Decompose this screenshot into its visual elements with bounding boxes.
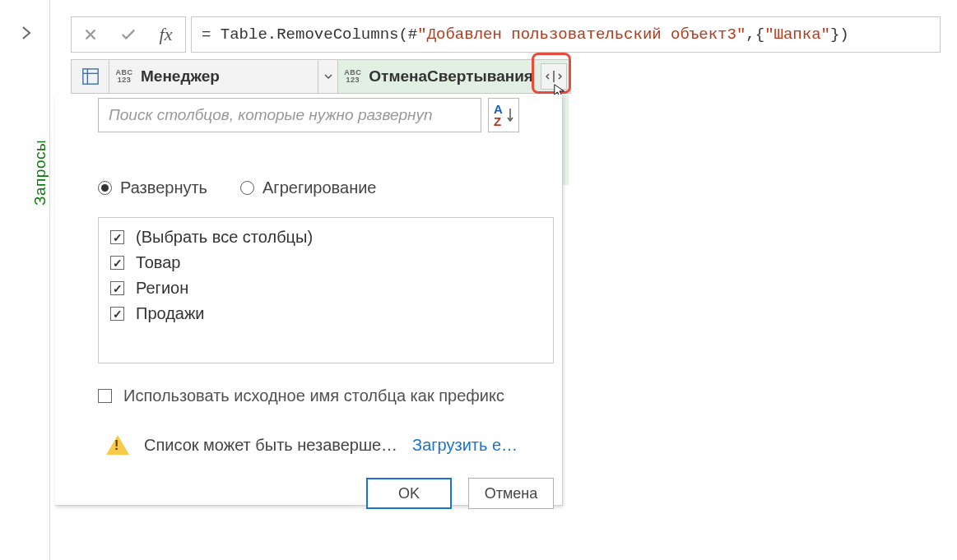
column-header[interactable]: ABC123 ОтменаСвертывания xyxy=(338,59,571,94)
radio-icon xyxy=(98,181,112,195)
type-any-icon[interactable]: ABC123 xyxy=(338,60,364,93)
load-more-link[interactable]: Загрузить е… xyxy=(412,436,518,455)
column-filter-dropdown[interactable] xyxy=(318,60,337,93)
checkbox-icon xyxy=(98,389,112,403)
table-corner-icon[interactable] xyxy=(71,59,109,94)
search-columns-input[interactable]: Поиск столбцов, которые нужно развернуп xyxy=(98,98,481,132)
column-header[interactable]: ABC123 Менеджер xyxy=(109,59,338,94)
checkbox-icon xyxy=(110,281,124,295)
warning-icon xyxy=(106,435,129,455)
queries-sidebar: Запросы xyxy=(0,0,49,560)
formula-buttons: fx xyxy=(71,16,186,53)
warning-text: Список может быть незаверше… xyxy=(144,436,397,455)
use-prefix-checkbox[interactable]: Использовать исходное имя столбца как пр… xyxy=(98,386,519,405)
cancel-formula-icon[interactable] xyxy=(72,17,109,52)
checkbox-icon xyxy=(110,307,124,321)
column-name-label: ОтменаСвертывания xyxy=(364,67,538,86)
warning-row: Список может быть незаверше… Загрузить е… xyxy=(106,435,519,455)
columns-checkbox-list: (Выбрать все столбцы) Товар Регион Прода… xyxy=(98,217,554,363)
confirm-formula-icon[interactable] xyxy=(109,17,147,52)
queries-pane-label: Запросы xyxy=(31,140,49,206)
table-column-headers: ABC123 Менеджер ABC123 ОтменаСвертывания xyxy=(71,59,571,94)
column-checkbox-row[interactable]: Продажи xyxy=(109,301,543,326)
fx-icon[interactable]: fx xyxy=(147,17,185,52)
expand-column-popup: Поиск столбцов, которые нужно развернуп … xyxy=(55,95,563,506)
radio-aggregate[interactable]: Агрегирование xyxy=(240,178,376,197)
column-checkbox-row[interactable]: Товар xyxy=(109,250,543,275)
type-any-icon[interactable]: ABC123 xyxy=(109,60,136,93)
radio-label: Развернуть xyxy=(120,178,207,197)
checkbox-label: Регион xyxy=(136,279,188,298)
radio-expand[interactable]: Развернуть xyxy=(98,178,207,197)
main-area: fx = Table.RemoveColumns(#"Добавлен поль… xyxy=(49,0,957,560)
sort-az-button[interactable]: A Z xyxy=(488,98,519,132)
ok-button[interactable]: OK xyxy=(366,478,452,509)
checkbox-label: Товар xyxy=(136,253,180,272)
scrollbar-track[interactable] xyxy=(563,95,569,185)
cancel-button[interactable]: Отмена xyxy=(468,478,554,509)
checkbox-icon xyxy=(110,256,124,270)
select-all-row[interactable]: (Выбрать все столбцы) xyxy=(109,224,543,250)
expand-sidebar-icon[interactable] xyxy=(16,23,36,43)
svg-rect-0 xyxy=(82,69,97,84)
expand-mode-radio-group: Развернуть Агрегирование xyxy=(98,178,519,197)
radio-label: Агрегирование xyxy=(262,178,376,197)
radio-icon xyxy=(240,181,254,195)
formula-bar: fx = Table.RemoveColumns(#"Добавлен поль… xyxy=(71,16,941,53)
checkbox-label: (Выбрать все столбцы) xyxy=(136,228,313,247)
column-name-label: Менеджер xyxy=(136,67,318,86)
checkbox-icon xyxy=(110,230,124,244)
formula-input[interactable]: = Table.RemoveColumns(#"Добавлен пользов… xyxy=(191,16,941,53)
checkbox-label: Продажи xyxy=(136,304,205,323)
column-checkbox-row[interactable]: Регион xyxy=(109,275,543,301)
expand-column-button[interactable] xyxy=(541,63,567,90)
checkbox-label: Использовать исходное имя столбца как пр… xyxy=(123,386,504,405)
dialog-buttons: OK Отмена xyxy=(55,478,554,509)
